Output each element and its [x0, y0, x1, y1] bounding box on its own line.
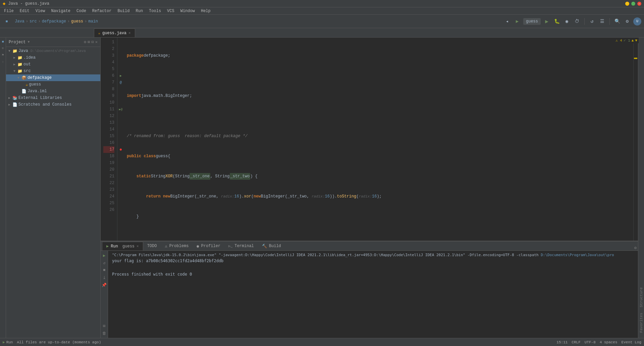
user-avatar[interactable]: U — [633, 17, 641, 25]
close-button[interactable]: ✕ — [637, 2, 641, 6]
panel-dropdown-icon[interactable]: ▼ — [28, 40, 30, 44]
tree-icon-out: 📁 — [17, 62, 22, 67]
breadcrumb-src[interactable]: src — [30, 19, 37, 24]
breadcrumb-main[interactable]: main — [88, 19, 98, 24]
tab-close-button[interactable]: × — [128, 31, 131, 35]
scroll-end-button[interactable]: ⤓ — [101, 274, 108, 281]
menu-tools[interactable]: Tools — [146, 8, 164, 14]
panel-gear-icon[interactable]: ⚙ — [84, 40, 86, 45]
menu-vcs[interactable]: VCS — [164, 8, 177, 14]
bottom-tab-terminal[interactable]: ▷_ Terminal — [224, 242, 258, 250]
gutter-17[interactable]: ● — [117, 146, 124, 153]
rerun-button[interactable]: ↺ — [101, 260, 108, 266]
gutter-6[interactable]: ▶ — [117, 72, 124, 79]
toolbar-menu[interactable]: ☰ — [598, 17, 606, 25]
menu-view[interactable]: View — [33, 8, 48, 14]
run-status-button[interactable]: ▶ Run — [3, 340, 13, 344]
tree-item-idea[interactable]: ▶ 📁 .idea — [6, 54, 100, 61]
tree-root-path: D:\Documents\Program\Java — [31, 49, 86, 53]
tree-arrow-guess: ▶ — [20, 82, 24, 86]
breadcrumb-guess[interactable]: guess — [71, 19, 83, 24]
breadcrumb-java[interactable]: Java — [15, 19, 24, 24]
indent[interactable]: 4 spaces — [600, 340, 618, 344]
sidebar-bookmark-icon[interactable]: ⚑ — [0, 52, 6, 58]
panel-layout-icon[interactable]: ⊞ — [88, 40, 90, 45]
tree-label-scratches: Scratches and Consoles — [18, 102, 71, 107]
menu-bar: File Edit View Navigate Code Refactor Bu… — [0, 7, 644, 15]
terminal-tab-label: Terminal — [234, 244, 254, 248]
code-line-9: } — [124, 213, 633, 220]
error-count: ✓ 1 — [624, 38, 630, 43]
maximize-button[interactable]: □ — [631, 2, 635, 6]
settings-button[interactable]: ⚙ — [623, 17, 631, 25]
sidebar-structure-icon[interactable]: ≡ — [0, 46, 6, 51]
coverage-button[interactable]: ◉ — [563, 17, 571, 25]
title-text: Java - guess.java — [8, 1, 49, 6]
profile-button[interactable]: ⏱ — [573, 17, 581, 25]
panel-expand-icon[interactable]: ⊟ — [92, 40, 94, 45]
panel-close-icon[interactable]: ✕ — [95, 40, 98, 45]
toolbar-back[interactable]: ◂ — [503, 17, 511, 25]
filter-button[interactable]: 🗑 — [101, 330, 108, 337]
code-content[interactable]: package defpackage; import java.math.Big… — [124, 38, 633, 241]
run-again-button[interactable]: ▶ — [101, 252, 108, 259]
gutter-11[interactable]: ▶@ — [117, 106, 124, 113]
search-everywhere[interactable]: 🔍 — [613, 17, 621, 25]
run-config-selector[interactable]: guess — [523, 18, 541, 25]
run-tab-close[interactable]: × — [137, 244, 139, 248]
menu-navigate[interactable]: Navigate — [48, 8, 73, 14]
tree-item-scratches[interactable]: ▶ 📄 Scratches and Consoles — [6, 101, 100, 108]
line-ending[interactable]: CRLF — [572, 340, 580, 344]
menu-code[interactable]: Code — [74, 8, 89, 14]
menu-window[interactable]: Window — [178, 8, 198, 14]
nav-down[interactable]: ▼ — [635, 39, 637, 43]
menu-refactor[interactable]: Refactor — [90, 8, 114, 14]
breadcrumb-defpackage[interactable]: defpackage — [42, 19, 66, 24]
menu-help[interactable]: Help — [198, 8, 213, 14]
main-layout: ■ ≡ ⚑ ☆ Project ▼ ⚙ ⊞ ⊟ ✕ ▼ 📁 Java D:\Do — [0, 38, 644, 338]
bottom-tab-problems[interactable]: ⚠ Problems — [161, 242, 193, 250]
structure-label[interactable]: Structure — [639, 285, 644, 310]
toolbar-update[interactable]: ↺ — [588, 17, 596, 25]
sort-button[interactable]: ⊞ — [101, 323, 108, 329]
bottom-tab-run[interactable]: ▶ Run guess × — [102, 242, 143, 250]
right-margin — [633, 38, 638, 241]
event-log[interactable]: Event Log — [622, 340, 641, 344]
tree-item-guess[interactable]: ▶ ☕ guess — [6, 81, 100, 88]
run-button[interactable]: ▶ — [543, 17, 551, 25]
menu-edit[interactable]: Edit — [17, 8, 32, 14]
menu-build[interactable]: Build — [115, 8, 132, 14]
charset[interactable]: UTF-8 — [585, 340, 596, 344]
cursor-position[interactable]: 15:11 — [556, 340, 568, 344]
favorites-label[interactable]: Favorites — [639, 310, 644, 335]
gutter-23 — [117, 186, 124, 193]
run-finished: Process finished with exit code 0 — [112, 272, 634, 277]
sidebar-favorites-icon[interactable]: ☆ — [0, 59, 6, 64]
tree-item-defpackage[interactable]: ▼ 📦 defpackage — [6, 74, 100, 81]
gutter-14 — [117, 126, 124, 133]
minimize-button[interactable]: ─ — [625, 2, 629, 6]
bottom-tab-profiler[interactable]: ◉ Profiler — [193, 242, 224, 250]
stop-button[interactable]: ■ — [101, 267, 108, 274]
toolbar-project-icon[interactable]: ■ — [3, 17, 11, 25]
title-bar-left: ◆ Java - guess.java — [3, 1, 49, 6]
tree-icon-src: 📁 — [17, 69, 22, 74]
tree-item-extlibs[interactable]: ▶ 📚 External Libraries — [6, 95, 100, 101]
nav-up[interactable]: ▲ — [632, 39, 634, 43]
tab-guess-java[interactable]: ☕ guess.java × — [94, 28, 135, 37]
tree-item-src[interactable]: ▼ 📁 src — [6, 68, 100, 74]
tree-item-iml[interactable]: ▶ 📄 Java.iml — [6, 88, 100, 95]
menu-file[interactable]: File — [1, 8, 16, 14]
bottom-tab-todo[interactable]: TODO — [143, 242, 161, 250]
bottom-tab-build[interactable]: 🔨 Build — [258, 242, 285, 250]
tree-item-root[interactable]: ▼ 📁 Java D:\Documents\Program\Java — [6, 48, 100, 54]
tree-icon-iml: 📄 — [21, 89, 26, 94]
pin-button[interactable]: 📌 — [101, 282, 108, 288]
toolbar-build-project[interactable]: ▶ — [513, 17, 521, 25]
debug-button[interactable]: 🐛 — [553, 17, 561, 25]
tree-icon-idea: 📁 — [17, 55, 22, 60]
bottom-panel-settings[interactable]: ⚙ — [634, 245, 637, 250]
menu-run[interactable]: Run — [133, 8, 146, 14]
tree-item-out[interactable]: ▶ 📁 out — [6, 61, 100, 68]
sidebar-project-icon[interactable]: ■ — [0, 39, 6, 44]
